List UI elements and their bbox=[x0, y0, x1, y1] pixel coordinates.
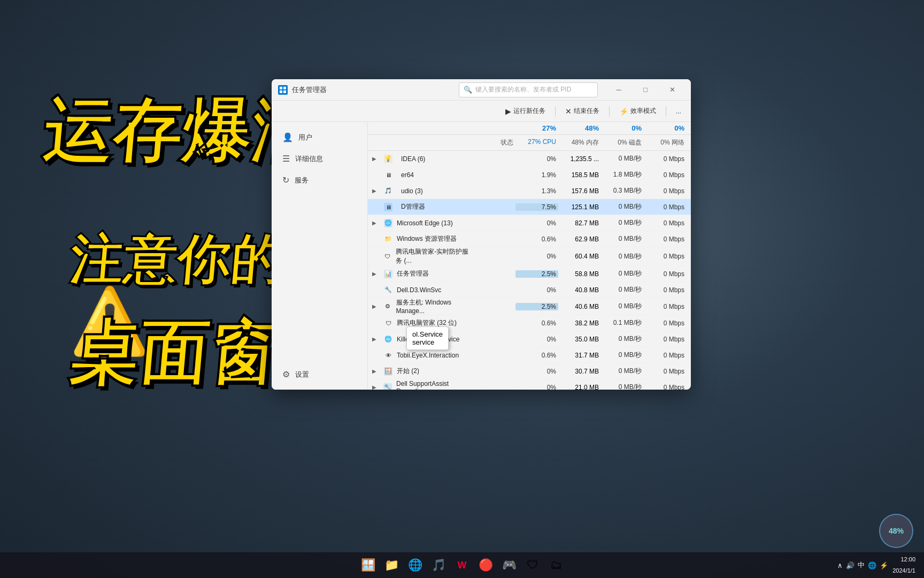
search-icon: 🔍 bbox=[464, 86, 472, 94]
stats-empty bbox=[372, 124, 473, 132]
th-status[interactable]: 状态 bbox=[473, 135, 515, 150]
expand-arrow[interactable]: ▶ bbox=[372, 384, 379, 390]
table-row[interactable]: ▶ 🎵 udio (3) 1.3% 157.6 MB 0.3 MB/秒 0 Mb… bbox=[368, 183, 691, 199]
process-name: 腾讯电脑管家-实时防护服务 (... bbox=[396, 247, 473, 265]
tray-lang[interactable]: 中 bbox=[858, 560, 865, 570]
sidebar-item-settings[interactable]: ⚙ 设置 bbox=[274, 364, 366, 385]
process-icon: 💡 bbox=[384, 155, 392, 163]
process-disk: 0 MB/秒 bbox=[601, 269, 644, 278]
stats-network: 0% bbox=[644, 124, 687, 132]
tray-battery[interactable]: ⚡ bbox=[880, 561, 888, 569]
expand-arrow[interactable]: ▶ bbox=[372, 271, 380, 277]
process-name-cell: ▶ ⚙ 服务主机: Windows Manage... bbox=[372, 298, 473, 315]
window-controls: ─ □ ✕ bbox=[606, 81, 684, 98]
maximize-button[interactable]: □ bbox=[633, 81, 658, 98]
process-name-cell: ▶ 🌐 Microsoft Edge (13) bbox=[372, 219, 473, 227]
process-disk: 0 MB/秒 bbox=[601, 302, 644, 311]
table-row[interactable]: ▶ 🪟 开始 (2) 0% 30.7 MB 0 MB/秒 0 Mbps bbox=[368, 363, 691, 379]
sidebar-item-details[interactable]: ☰ 详细信息 bbox=[274, 148, 365, 169]
taskbar-music[interactable]: 🎵 bbox=[428, 554, 449, 576]
th-cpu[interactable]: 27% CPU bbox=[515, 135, 558, 150]
process-name-cell: ▶ 🎵 udio (3) bbox=[372, 187, 473, 195]
process-network: 0 Mbps bbox=[644, 352, 687, 359]
sys-tray: ∧ 🔊 中 🌐 ⚡ bbox=[837, 560, 888, 570]
table-row[interactable]: 📁 Windows 资源管理器 0.6% 62.9 MB 0 MB/秒 0 Mb… bbox=[368, 231, 691, 247]
table-row[interactable]: 🔧 Dell.D3.WinSvc 0% 40.8 MB 0 MB/秒 0 Mbp… bbox=[368, 282, 691, 298]
tooltip-popup: ol.Service service bbox=[406, 326, 449, 350]
run-new-task-button[interactable]: ▶ 运行新任务 bbox=[500, 104, 551, 118]
tray-chevron[interactable]: ∧ bbox=[837, 561, 843, 569]
process-disk: 0.3 MB/秒 bbox=[601, 186, 644, 195]
table-row[interactable]: 🖥 er64 1.9% 158.5 MB 1.8 MB/秒 0 Mbps bbox=[368, 167, 691, 183]
process-icon: 🌐 bbox=[384, 219, 392, 227]
process-icon: 📁 bbox=[384, 235, 392, 244]
window-title: 任务管理器 bbox=[292, 85, 459, 95]
process-disk: 0 MB/秒 bbox=[601, 367, 644, 376]
stats-disk: 0% bbox=[601, 124, 644, 132]
efficiency-icon: ⚡ bbox=[619, 107, 628, 116]
taskbar-center: 🪟 📁 🌐 🎵 W 🔴 🎮 🛡 🗂 bbox=[357, 554, 567, 576]
taskbar-edge[interactable]: 🌐 bbox=[404, 554, 426, 576]
process-network: 0 Mbps bbox=[644, 368, 687, 375]
table-row[interactable]: ▶ 📊 任务管理器 2.5% 58.8 MB 0 MB/秒 0 Mbps bbox=[368, 266, 691, 282]
process-name: Microsoft Edge (13) bbox=[397, 219, 453, 227]
expand-arrow[interactable]: ▶ bbox=[372, 156, 380, 162]
table-row[interactable]: ▶ 🌐 Microsoft Edge (13) 0% 82.7 MB 0 MB/… bbox=[368, 215, 691, 231]
process-memory: 40.8 MB bbox=[558, 286, 601, 294]
process-cpu: 2.5% bbox=[515, 303, 558, 310]
process-name: D管理器 bbox=[397, 202, 425, 211]
clock-time: 12:00 bbox=[900, 556, 915, 564]
taskmanager-window: 任务管理器 🔍 键入要搜索的名称、发布者或 PID ─ □ ✕ ▶ 运行新任务 … bbox=[272, 79, 691, 390]
more-button[interactable]: ... bbox=[671, 105, 687, 117]
svg-rect-1 bbox=[283, 87, 286, 89]
th-disk[interactable]: 0% 磁盘 bbox=[601, 135, 644, 150]
process-disk: 0 MB/秒 bbox=[601, 252, 644, 261]
table-row[interactable]: 🖥 D管理器 7.5% 125.1 MB 0 MB/秒 0 Mbps bbox=[368, 199, 691, 215]
taskbar-start[interactable]: 🪟 bbox=[357, 554, 379, 576]
process-name-cell: 🔧 Dell.D3.WinSvc bbox=[372, 286, 473, 294]
table-row[interactable]: ▶ ⚙ 服务主机: Windows Manage... 2.5% 40.6 MB… bbox=[368, 298, 691, 315]
table-row[interactable]: ▶ 💡 IDEA (6) 0% 1,235.5 ... 0 MB/秒 0 Mbp… bbox=[368, 151, 691, 167]
tray-sound[interactable]: 🔊 bbox=[846, 561, 854, 569]
stats-memory: 48% bbox=[558, 124, 601, 132]
tooltip-line2: service bbox=[412, 338, 443, 346]
process-icon: 🔧 bbox=[384, 286, 392, 294]
expand-arrow[interactable]: ▶ bbox=[372, 188, 380, 194]
end-task-button[interactable]: ✕ 结束任务 bbox=[560, 104, 605, 118]
taskbar-red[interactable]: 🔴 bbox=[475, 554, 496, 576]
expand-arrow[interactable]: ▶ bbox=[372, 336, 380, 342]
taskbar: 🪟 📁 🌐 🎵 W 🔴 🎮 🛡 🗂 ∧ 🔊 中 🌐 ⚡ 12:00 2024/1… bbox=[0, 552, 924, 578]
search-box[interactable]: 🔍 键入要搜索的名称、发布者或 PID bbox=[459, 82, 598, 97]
sidebar-item-services[interactable]: ↻ 服务 bbox=[274, 170, 365, 191]
taskbar-shield[interactable]: 🛡 bbox=[522, 554, 543, 576]
clock-date: 2024/1/1 bbox=[892, 567, 915, 575]
sidebar-item-users[interactable]: 👤 用户 bbox=[274, 127, 365, 148]
close-button[interactable]: ✕ bbox=[660, 81, 684, 98]
clock-widget: 48% bbox=[879, 514, 913, 548]
process-name: Dell.D3.WinSvc bbox=[397, 286, 441, 294]
th-memory[interactable]: 48% 内存 bbox=[558, 135, 601, 150]
tray-network[interactable]: 🌐 bbox=[868, 561, 876, 569]
taskbar-word[interactable]: W bbox=[451, 554, 473, 576]
process-disk: 0 MB/秒 bbox=[601, 218, 644, 227]
toolbar-separator bbox=[555, 106, 556, 117]
expand-arrow[interactable]: ▶ bbox=[372, 368, 380, 374]
expand-arrow[interactable]: ▶ bbox=[372, 220, 380, 226]
process-cpu: 0% bbox=[515, 155, 558, 163]
th-network[interactable]: 0% 网络 bbox=[644, 135, 687, 150]
process-icon: 🖥 bbox=[384, 203, 392, 211]
expand-arrow[interactable]: ▶ bbox=[372, 303, 379, 309]
process-network: 0 Mbps bbox=[644, 286, 687, 294]
table-row[interactable]: ▶ 🔧 Dell SupportAssist Remedi... 0% 21.0… bbox=[368, 379, 691, 390]
table-row[interactable]: 🛡 腾讯电脑管家-实时防护服务 (... 0% 60.4 MB 0 MB/秒 0… bbox=[368, 247, 691, 266]
taskbar-explorer[interactable]: 📁 bbox=[381, 554, 402, 576]
th-name[interactable] bbox=[372, 135, 473, 150]
process-cpu: 1.3% bbox=[515, 187, 558, 195]
efficiency-mode-button[interactable]: ⚡ 效率模式 bbox=[614, 104, 661, 118]
minimize-button[interactable]: ─ bbox=[606, 81, 631, 98]
taskbar-apps[interactable]: 🗂 bbox=[545, 554, 567, 576]
process-memory: 125.1 MB bbox=[558, 203, 601, 211]
taskbar-game[interactable]: 🎮 bbox=[498, 554, 520, 576]
process-name: 任务管理器 bbox=[397, 269, 429, 278]
process-memory: 60.4 MB bbox=[558, 253, 601, 260]
